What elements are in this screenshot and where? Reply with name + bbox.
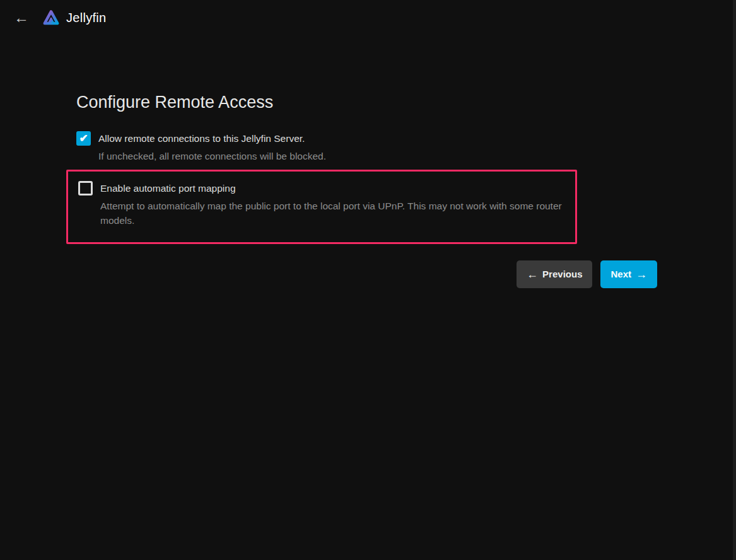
jellyfin-logo-icon: [42, 8, 61, 28]
previous-button-label: Previous: [542, 269, 582, 279]
checkmark-icon: ✔: [79, 133, 88, 144]
allow-remote-connections-label[interactable]: Allow remote connections to this Jellyfi…: [98, 131, 326, 146]
enable-port-mapping-checkbox[interactable]: ✔: [78, 181, 93, 195]
back-button[interactable]: ←: [10, 6, 33, 29]
allow-remote-connections-description: If unchecked, all remote connections wil…: [98, 149, 326, 163]
page-title: Configure Remote Access: [76, 92, 660, 114]
enable-port-mapping-label[interactable]: Enable automatic port mapping: [100, 181, 575, 195]
annotation-highlight-box: ✔ Enable automatic port mapping Attempt …: [66, 170, 577, 244]
app-name: Jellyfin: [66, 11, 107, 25]
wizard-content: Configure Remote Access ✔ Allow remote c…: [76, 35, 660, 288]
arrow-left-icon: ←: [527, 269, 538, 280]
next-button-label: Next: [610, 269, 631, 279]
back-arrow-icon: ←: [14, 10, 29, 25]
allow-remote-connections-checkbox[interactable]: ✔: [76, 131, 91, 146]
previous-button[interactable]: ← Previous: [517, 260, 592, 288]
option-text: Allow remote connections to this Jellyfi…: [98, 131, 326, 163]
option-text: Enable automatic port mapping Attempt to…: [100, 181, 575, 228]
top-header-bar: ← Jellyfin: [0, 0, 736, 35]
arrow-right-icon: →: [636, 269, 647, 280]
port-mapping-option: ✔ Enable automatic port mapping Attempt …: [78, 181, 575, 228]
scrollbar-track[interactable]: [733, 0, 736, 560]
brand: Jellyfin: [42, 8, 107, 28]
wizard-navigation: ← Previous Next →: [76, 260, 660, 288]
next-button[interactable]: Next →: [600, 260, 657, 288]
remote-connections-option: ✔ Allow remote connections to this Jelly…: [76, 131, 660, 163]
enable-port-mapping-description: Attempt to automatically map the public …: [100, 199, 575, 228]
